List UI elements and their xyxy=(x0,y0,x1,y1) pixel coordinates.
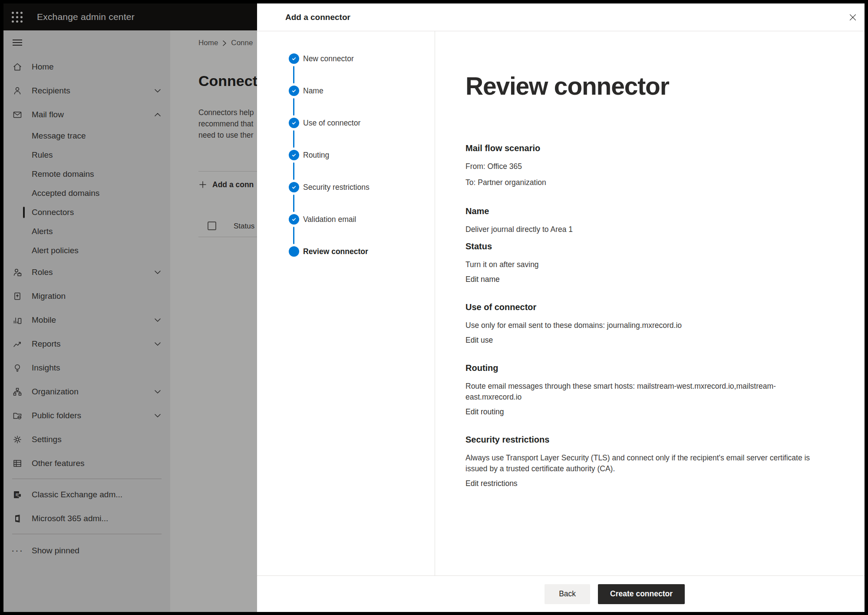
section-security-restrictions: Security restrictions Always use Transpo… xyxy=(465,435,847,488)
section-title: Security restrictions xyxy=(465,435,847,445)
edit-routing-link[interactable]: Edit routing xyxy=(465,407,504,417)
connector-name-value: Deliver journal directly to Area 1 xyxy=(465,224,813,235)
step-validation-email[interactable]: Validation email xyxy=(257,214,435,246)
section-title: Mail flow scenario xyxy=(465,143,847,153)
wizard-steps: New connector Name Use of connector Rout… xyxy=(257,31,435,575)
section-routing: Routing Route email messages through the… xyxy=(465,363,847,417)
step-complete-icon xyxy=(289,86,299,96)
section-title: Name xyxy=(465,206,847,216)
status-title: Status xyxy=(465,241,847,251)
step-name[interactable]: Name xyxy=(257,86,435,118)
step-complete-icon xyxy=(289,118,299,128)
section-title: Routing xyxy=(465,363,847,373)
routing-value: Route email messages through these smart… xyxy=(465,381,813,403)
back-button[interactable]: Back xyxy=(545,584,590,604)
step-complete-icon xyxy=(289,53,299,64)
use-of-connector-value: Use only for email sent to these domains… xyxy=(465,320,813,331)
mail-flow-from: From: Office 365 xyxy=(465,161,813,172)
step-review-connector[interactable]: Review connector xyxy=(257,246,435,278)
edit-restrictions-link[interactable]: Edit restrictions xyxy=(465,479,518,488)
create-connector-button[interactable]: Create connector xyxy=(598,584,685,604)
security-restrictions-value: Always use Transport Layer Security (TLS… xyxy=(465,453,813,474)
panel-title: Add a connector xyxy=(285,13,350,22)
add-connector-panel: Add a connector New connector Name xyxy=(257,3,865,612)
edit-name-link[interactable]: Edit name xyxy=(465,275,500,284)
status-value: Turn it on after saving xyxy=(465,259,813,270)
mail-flow-to: To: Partner organization xyxy=(465,177,813,188)
section-title: Use of connector xyxy=(465,302,847,312)
app-window: Exchange admin center Home Recipients Ma… xyxy=(3,3,865,612)
step-current-icon xyxy=(289,246,299,257)
panel-header: Add a connector xyxy=(257,3,865,31)
step-complete-icon xyxy=(289,182,299,192)
review-content: Review connector Mail flow scenario From… xyxy=(435,31,865,575)
section-use-of-connector: Use of connector Use only for email sent… xyxy=(465,302,847,345)
step-complete-icon xyxy=(289,214,299,225)
step-complete-icon xyxy=(289,150,299,160)
step-security-restrictions[interactable]: Security restrictions xyxy=(257,182,435,214)
close-icon xyxy=(848,13,858,22)
section-mail-flow-scenario: Mail flow scenario From: Office 365 To: … xyxy=(465,143,847,188)
step-new-connector[interactable]: New connector xyxy=(257,53,435,86)
step-routing[interactable]: Routing xyxy=(257,150,435,182)
step-use-of-connector[interactable]: Use of connector xyxy=(257,118,435,150)
section-name: Name Deliver journal directly to Area 1 … xyxy=(465,206,847,284)
panel-footer: Back Create connector xyxy=(257,575,865,612)
review-heading: Review connector xyxy=(465,71,847,101)
edit-use-link[interactable]: Edit use xyxy=(465,336,493,345)
close-button[interactable] xyxy=(845,9,861,26)
